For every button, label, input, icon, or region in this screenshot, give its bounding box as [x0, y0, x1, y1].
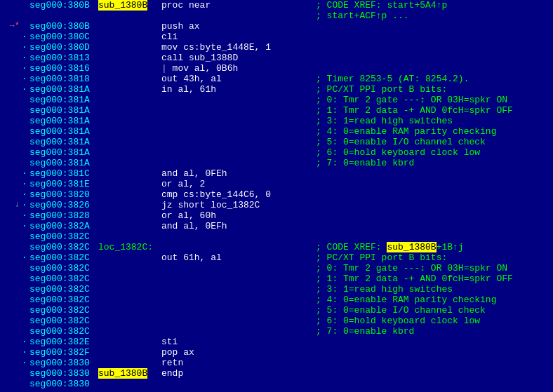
code-line-20[interactable]: ·seg000:3828or al, 60h — [0, 210, 553, 221]
address: seg000:3818 — [28, 74, 98, 84]
address: seg000:382A — [28, 221, 98, 231]
code-line-10[interactable]: seg000:381A; 1: Tmr 2 data -+ AND 0fcH=s… — [0, 105, 553, 116]
address: seg000:382C — [28, 316, 98, 326]
code-line-17[interactable]: ·seg000:381Eor al, 2 — [0, 179, 553, 189]
code-line-29[interactable]: seg000:382C; 5: 0=enable I/O channel che… — [0, 305, 553, 316]
code-line-35[interactable]: seg000:3830sub_1380Bendp — [0, 368, 553, 379]
breakpoint-col: · — [21, 84, 28, 95]
instruction: proc near — [161, 0, 316, 11]
code-line-14[interactable]: seg000:381A; 6: 0=hold keyboard clock lo… — [0, 147, 553, 158]
code-line-13[interactable]: seg000:381A; 5: 0=enable I/O channel che… — [0, 137, 553, 147]
comment: ; 3: 1=read high switches — [316, 116, 553, 126]
address: seg000:3828 — [28, 210, 98, 221]
breakpoint-col: · — [21, 179, 28, 189]
address: seg000:381A — [28, 158, 98, 168]
address: seg000:380C — [28, 32, 98, 42]
instruction: out 43h, al — [161, 74, 316, 84]
address: seg000:3813 — [28, 53, 98, 63]
code-line-9[interactable]: seg000:381A; 0: Tmr 2 gate ---↕ OR 03H=s… — [0, 95, 553, 105]
code-line-34[interactable]: ·seg000:3830retn — [0, 358, 553, 368]
code-line-11[interactable]: seg000:381A; 3: 1=read high switches — [0, 116, 553, 126]
comment: ; PC/XT PPI port B bits: — [316, 84, 553, 95]
code-line-24[interactable]: ·seg000:382Cout 61h, al; PC/XT PPI port … — [0, 252, 553, 263]
address: seg000:382C — [28, 326, 98, 337]
instruction: cmp cs:byte_144C6, 0 — [161, 189, 316, 200]
code-line-33[interactable]: ·seg000:382Fpop ax — [0, 347, 553, 358]
code-line-28[interactable]: seg000:382C; 4: 0=enable RAM parity chec… — [0, 295, 553, 305]
comment: ; 0: Tmr 2 gate ---↕ OR 03H=spkr ON — [316, 95, 553, 105]
breakpoint-col: · — [21, 210, 28, 221]
comment: ; 7: 0=enable kbrd — [316, 326, 553, 337]
breakpoint-col: · — [21, 337, 28, 347]
code-line-16[interactable]: ·seg000:381Cand al, 0FEh — [0, 168, 553, 179]
code-line-18[interactable]: ·seg000:3820cmp cs:byte_144C6, 0 — [0, 189, 553, 200]
comment: ; CODE XREF: sub_1380B+1B↑j — [316, 242, 553, 252]
comment: ; 5: 0=enable I/O channel check — [316, 305, 553, 316]
code-line-8[interactable]: ·seg000:381Ain al, 61h; PC/XT PPI port B… — [0, 84, 553, 95]
address: seg000:3816 — [28, 63, 98, 74]
comment: ; 1: Tmr 2 data -+ AND 0fcH=spkr OFF — [316, 105, 553, 116]
code-line-25[interactable]: seg000:382C; 0: Tmr 2 gate ---↕ OR 03H=s… — [0, 263, 553, 273]
instruction: sti — [161, 337, 316, 347]
address: seg000:382C — [28, 242, 98, 252]
breakpoint-col: · — [21, 252, 28, 263]
comment: ; 6: 0=hold keyboard clock low — [316, 147, 553, 158]
comment: ; 4: 0=enable RAM parity checking — [316, 295, 553, 305]
address: seg000:382C — [28, 263, 98, 273]
code-line-19[interactable]: ↓·seg000:3826jz short loc_1382C — [0, 200, 553, 210]
code-line-22[interactable]: seg000:382C — [0, 231, 553, 242]
instruction: pop ax — [161, 347, 316, 358]
address: seg000:382C — [28, 231, 98, 242]
breakpoint-col: · — [21, 32, 28, 42]
code-line-7[interactable]: ·seg000:3818out 43h, al; Timer 8253-5 (A… — [0, 74, 553, 84]
breakpoint-col: · — [21, 74, 28, 84]
instruction: call sub_1388D — [161, 53, 316, 63]
address: seg000:381A — [28, 147, 98, 158]
breakpoint-col: · — [21, 200, 28, 210]
address: seg000:382F — [28, 347, 98, 358]
address: seg000:382C — [28, 305, 98, 316]
code-line-12[interactable]: seg000:381A; 4: 0=enable RAM parity chec… — [0, 126, 553, 137]
instruction: or al, 2 — [161, 179, 316, 189]
code-line-30[interactable]: seg000:382C; 6: 0=hold keyboard clock lo… — [0, 316, 553, 326]
comment: ; Timer 8253-5 (AT: 8254.2). — [316, 74, 553, 84]
instruction: and al, 0FEh — [161, 168, 316, 179]
address: seg000:3830 — [28, 379, 98, 389]
instruction: or al, 60h — [161, 210, 316, 221]
address: seg000:382E — [28, 337, 98, 347]
code-line-31[interactable]: seg000:382C; 7: 0=enable kbrd — [0, 326, 553, 337]
address: seg000:381A — [28, 84, 98, 95]
instruction: retn — [161, 358, 316, 368]
address: seg000:3826 — [28, 200, 98, 210]
code-line-2[interactable]: →* seg000:380Bpush ax — [0, 21, 553, 32]
instruction: | mov al, 0B6h — [161, 63, 316, 74]
code-line-32[interactable]: ·seg000:382Esti — [0, 337, 553, 347]
code-line-6[interactable]: ·seg000:3816| mov al, 0B6h — [0, 63, 553, 74]
breakpoint-col: · — [21, 358, 28, 368]
comment: ; 7: 0=enable kbrd — [316, 158, 553, 168]
code-line-4[interactable]: ·seg000:380Dmov cs:byte_1448E, 1 — [0, 42, 553, 53]
code-line-15[interactable]: seg000:381A; 7: 0=enable kbrd — [0, 158, 553, 168]
instruction: and al, 0EFh — [161, 221, 316, 231]
address: seg000:380B — [28, 21, 98, 32]
instruction: mov cs:byte_1448E, 1 — [161, 42, 316, 53]
code-line-27[interactable]: seg000:382C; 3: 1=read high switches — [0, 284, 553, 295]
code-line-21[interactable]: ·seg000:382Aand al, 0EFh — [0, 221, 553, 231]
code-line-0[interactable]: seg000:380Bsub_1380Bproc near; CODE XREF… — [0, 0, 553, 11]
address: seg000:382C — [28, 284, 98, 295]
breakpoint-col: · — [21, 168, 28, 179]
code-line-36[interactable]: seg000:3830 — [0, 379, 553, 389]
code-line-5[interactable]: ·seg000:3813call sub_1388D — [0, 53, 553, 63]
address: seg000:380B — [28, 0, 98, 11]
instruction: cli — [161, 32, 316, 42]
comment: ; 5: 0=enable I/O channel check — [316, 137, 553, 147]
comment: ; 0: Tmr 2 gate ---↕ OR 03H=spkr ON — [316, 263, 553, 273]
code-line-3[interactable]: ·seg000:380Ccli — [0, 32, 553, 42]
address: seg000:380D — [28, 42, 98, 53]
code-line-23[interactable]: seg000:382Cloc_1382C:; CODE XREF: sub_13… — [0, 242, 553, 252]
code-line-26[interactable]: seg000:382C; 1: Tmr 2 data -+ AND 0fcH=s… — [0, 273, 553, 284]
address: seg000:382C — [28, 252, 98, 263]
breakpoint-col: · — [21, 63, 28, 74]
address: seg000:382C — [28, 273, 98, 284]
code-line-1[interactable]: ; start+ACF↑p ... — [0, 11, 553, 21]
